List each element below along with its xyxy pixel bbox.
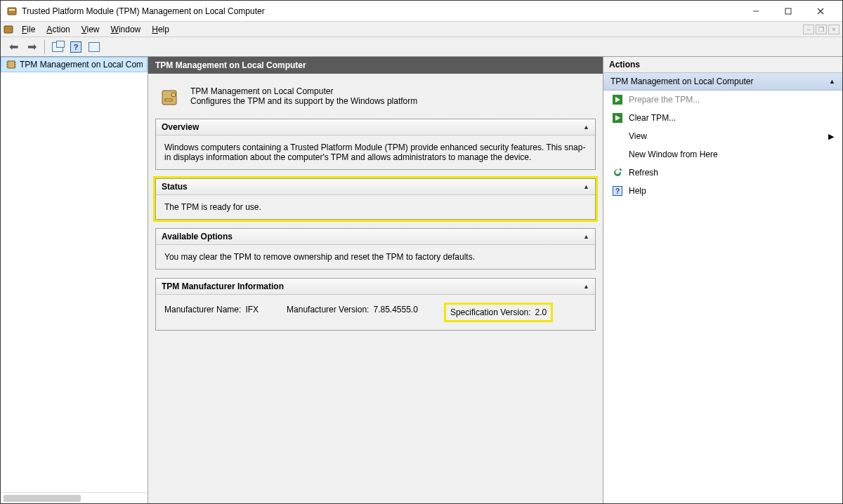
- actions-pane-header: Actions: [603, 57, 842, 73]
- available-options-panel-header[interactable]: Available Options ▲: [156, 229, 595, 245]
- nav-back-button[interactable]: ⬅: [5, 39, 22, 55]
- title-bar: Trusted Platform Module (TPM) Management…: [1, 1, 842, 22]
- manufacturer-info-row: Manufacturer Name: IFX Manufacturer Vers…: [164, 302, 587, 323]
- status-panel: Status ▲ The TPM is ready for use.: [155, 178, 596, 220]
- key-chip-icon: [159, 86, 182, 109]
- result-pane: TPM Management on Local Computer TPM Man…: [148, 57, 603, 503]
- nav-forward-button[interactable]: ➡: [23, 39, 40, 55]
- svg-marker-21: [620, 168, 622, 171]
- manufacturer-name-value: IFX: [245, 305, 259, 320]
- help-icon: ?: [612, 185, 623, 197]
- actions-group-header[interactable]: TPM Management on Local Computer ▲: [603, 73, 842, 91]
- menu-bar: File Action View Window Help – ❐ ×: [1, 22, 842, 37]
- collapse-icon: ▲: [829, 78, 835, 85]
- tree-root-label: TPM Management on Local Comp: [20, 60, 143, 69]
- console-tree-pane: TPM Management on Local Comp: [1, 57, 148, 503]
- svg-rect-1: [9, 9, 15, 11]
- panes-icon: [52, 42, 63, 52]
- collapse-icon: ▲: [583, 283, 589, 290]
- minimize-button[interactable]: [740, 1, 772, 22]
- mdi-close-button[interactable]: ×: [828, 25, 839, 34]
- overview-panel-header[interactable]: Overview ▲: [156, 119, 595, 135]
- action-prepare-tpm[interactable]: Prepare the TPM...: [603, 91, 842, 109]
- collapse-icon: ▲: [583, 233, 589, 240]
- help-icon: ?: [70, 41, 81, 53]
- chevron-right-icon: ▶: [828, 132, 834, 141]
- status-panel-body: The TPM is ready for use.: [156, 195, 595, 219]
- tpm-chip-icon: [6, 59, 17, 70]
- status-panel-header[interactable]: Status ▲: [156, 179, 595, 195]
- overview-panel-body: Windows computers containing a Trusted P…: [156, 135, 595, 169]
- mdi-minimize-button[interactable]: –: [803, 25, 814, 34]
- manufacturer-info-panel-header[interactable]: TPM Manufacturer Information ▲: [156, 279, 595, 295]
- window-icon: [89, 42, 100, 52]
- svg-rect-6: [4, 26, 13, 33]
- show-hide-tree-button[interactable]: [49, 39, 66, 55]
- properties-button[interactable]: [86, 39, 103, 55]
- description-title: TPM Management on Local Computer: [190, 86, 417, 96]
- action-new-window[interactable]: New Window from Here: [603, 145, 842, 164]
- svg-point-15: [171, 93, 176, 97]
- specification-version-value: 2.0: [535, 307, 547, 317]
- svg-rect-7: [8, 61, 15, 68]
- tree-horizontal-scrollbar[interactable]: [1, 492, 148, 503]
- mdi-restore-button[interactable]: ❐: [816, 25, 827, 34]
- blank-icon: [612, 131, 623, 142]
- arrow-left-icon: ⬅: [9, 40, 18, 53]
- overview-panel: Overview ▲ Windows computers containing …: [155, 119, 596, 170]
- content-header: TPM Management on Local Computer: [148, 57, 603, 74]
- arrow-right-green-icon: [612, 94, 623, 105]
- action-refresh[interactable]: Refresh: [603, 164, 842, 182]
- mdi-controls: – ❐ ×: [802, 25, 839, 34]
- menu-action[interactable]: Action: [41, 23, 75, 36]
- specification-version-label: Specification Version:: [450, 307, 531, 317]
- collapse-icon: ▲: [583, 124, 589, 131]
- manufacturer-info-panel: TPM Manufacturer Information ▲ Manufactu…: [155, 278, 596, 331]
- toolbar: ⬅ ➡ ?: [1, 37, 842, 57]
- maximize-button[interactable]: [772, 1, 804, 22]
- arrow-right-green-icon: [612, 112, 623, 124]
- arrow-right-icon: ➡: [27, 40, 37, 53]
- description-row: TPM Management on Local Computer Configu…: [155, 81, 596, 119]
- menu-file[interactable]: File: [16, 23, 41, 36]
- help-button[interactable]: ?: [67, 39, 84, 55]
- menu-window[interactable]: Window: [105, 23, 147, 36]
- menu-view[interactable]: View: [76, 23, 105, 36]
- blank-icon: [612, 149, 623, 160]
- tree-root-item[interactable]: TPM Management on Local Comp: [1, 57, 148, 72]
- svg-rect-0: [8, 8, 16, 15]
- window-title: Trusted Platform Module (TPM) Management…: [22, 6, 740, 16]
- svg-rect-16: [165, 99, 172, 101]
- close-button[interactable]: [804, 1, 837, 22]
- description-body: Configures the TPM and its support by th…: [190, 96, 417, 106]
- app-icon: [6, 6, 18, 17]
- action-clear-tpm[interactable]: Clear TPM...: [603, 109, 842, 127]
- available-options-panel-body: You may clear the TPM to remove ownershi…: [156, 245, 595, 269]
- available-options-panel: Available Options ▲ You may clear the TP…: [155, 228, 596, 270]
- manufacturer-version-label: Manufacturer Version:: [287, 305, 369, 320]
- menu-help[interactable]: Help: [146, 23, 175, 36]
- collapse-icon: ▲: [583, 183, 589, 190]
- manufacturer-version-value: 7.85.4555.0: [373, 305, 417, 320]
- refresh-icon: [612, 167, 623, 178]
- specification-version-cell: Specification Version: 2.0: [446, 305, 551, 320]
- action-view[interactable]: View ▶: [603, 127, 842, 145]
- manufacturer-version-cell: Manufacturer Version: 7.85.4555.0: [287, 305, 418, 320]
- main-area: TPM Management on Local Comp TPM Managem…: [1, 57, 842, 503]
- manufacturer-name-cell: Manufacturer Name: IFX: [164, 305, 259, 320]
- toolbar-separator: [44, 40, 45, 54]
- svg-rect-3: [785, 8, 791, 14]
- action-help[interactable]: ? Help: [603, 182, 842, 200]
- actions-pane: Actions TPM Management on Local Computer…: [603, 57, 842, 503]
- manufacturer-name-label: Manufacturer Name:: [164, 305, 241, 320]
- mmc-icon: [4, 25, 13, 34]
